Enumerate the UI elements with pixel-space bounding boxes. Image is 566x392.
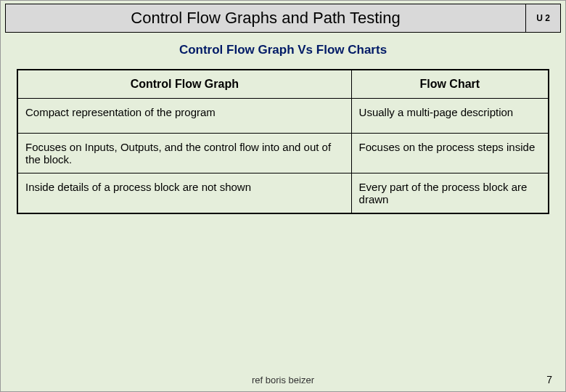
title-bar: Control Flow Graphs and Path Testing U 2 <box>5 4 561 33</box>
col-header-left: Control Flow Graph <box>17 70 351 99</box>
cell-right: Every part of the process block are draw… <box>351 173 549 214</box>
table-row: Inside details of a process block are no… <box>17 173 549 214</box>
cell-right: Focuses on the process steps inside <box>351 134 549 173</box>
slide: Control Flow Graphs and Path Testing U 2… <box>0 0 566 392</box>
slide-subtitle: Control Flow Graph Vs Flow Charts <box>1 33 565 69</box>
slide-title: Control Flow Graphs and Path Testing <box>6 4 525 32</box>
cell-left: Focuses on Inputs, Outputs, and the cont… <box>17 134 351 173</box>
table-header-row: Control Flow Graph Flow Chart <box>17 70 549 99</box>
col-header-right: Flow Chart <box>351 70 549 99</box>
unit-badge: U 2 <box>525 4 560 32</box>
cell-right: Usually a multi-page description <box>351 99 549 134</box>
table-row: Focuses on Inputs, Outputs, and the cont… <box>17 134 549 173</box>
comparison-table: Control Flow Graph Flow Chart Compact re… <box>17 69 549 214</box>
table-row: Compact representation of the program Us… <box>17 99 549 134</box>
cell-left: Inside details of a process block are no… <box>17 173 351 214</box>
comparison-table-wrap: Control Flow Graph Flow Chart Compact re… <box>17 69 549 214</box>
cell-left: Compact representation of the program <box>17 99 351 134</box>
footer-ref: ref boris beizer <box>1 375 565 385</box>
page-number: 7 <box>546 374 552 385</box>
